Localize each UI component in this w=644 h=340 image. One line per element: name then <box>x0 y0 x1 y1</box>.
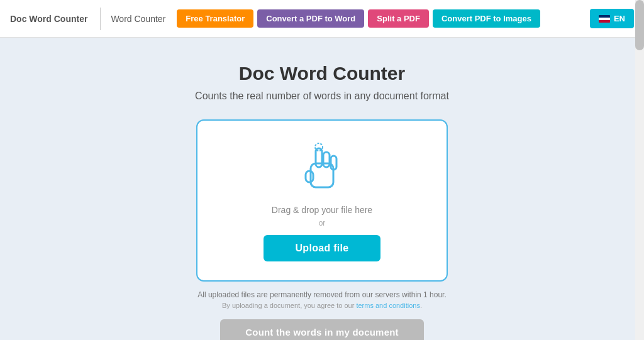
scrollbar-thumb[interactable] <box>635 0 644 50</box>
language-button[interactable]: EN <box>590 9 634 28</box>
upload-dropzone[interactable]: Drag & drop your file here or Upload fil… <box>196 119 448 282</box>
terms-after: . <box>420 302 422 309</box>
flag-icon <box>599 15 610 23</box>
nav-split-pdf[interactable]: Split a PDF <box>368 9 429 28</box>
nav-free-translator[interactable]: Free Translator <box>177 9 253 28</box>
terms-before: By uploading a document, you agree to ou… <box>222 302 356 309</box>
terms-text: By uploading a document, you agree to ou… <box>222 302 422 309</box>
nav-divider <box>100 8 101 30</box>
or-text: or <box>319 219 326 228</box>
hand-pointer-icon <box>297 140 347 196</box>
page-title: Doc Word Counter <box>239 63 405 84</box>
nav-word-counter[interactable]: Word Counter <box>103 14 173 24</box>
nav-brand[interactable]: Doc Word Counter <box>10 14 97 24</box>
scrollbar-track[interactable] <box>635 0 644 340</box>
nav-convert-pdf-images[interactable]: Convert PDF to Images <box>433 9 540 28</box>
upload-file-button[interactable]: Upload file <box>264 235 380 261</box>
nav-convert-pdf-word[interactable]: Convert a PDF to Word <box>257 9 364 28</box>
terms-link[interactable]: terms and conditions <box>356 302 420 309</box>
navbar: Doc Word Counter Word Counter Free Trans… <box>0 0 644 38</box>
page-subtitle: Counts the real number of words in any d… <box>195 90 449 102</box>
info-text: All uploaded files are permanently remov… <box>197 290 447 299</box>
drag-text: Drag & drop your file here <box>272 205 372 215</box>
count-words-button[interactable]: Count the words in my document <box>220 319 424 340</box>
svg-rect-3 <box>323 152 330 167</box>
lang-label: EN <box>614 14 625 23</box>
main-content: Doc Word Counter Counts the real number … <box>0 38 644 340</box>
svg-rect-1 <box>306 171 313 182</box>
